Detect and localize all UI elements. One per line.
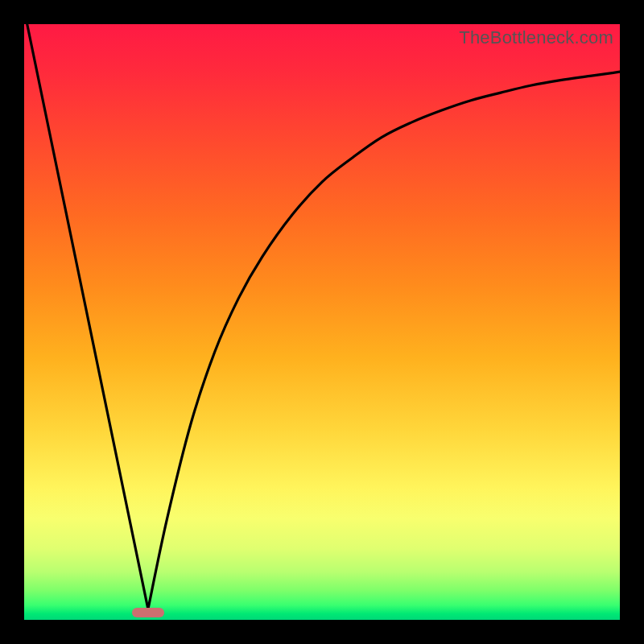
bottleneck-curve: [27, 24, 620, 609]
optimum-marker: [132, 608, 165, 617]
curve-svg: [24, 24, 620, 620]
plot-area: TheBottleneck.com: [24, 24, 620, 620]
chart-frame: TheBottleneck.com: [0, 0, 644, 644]
